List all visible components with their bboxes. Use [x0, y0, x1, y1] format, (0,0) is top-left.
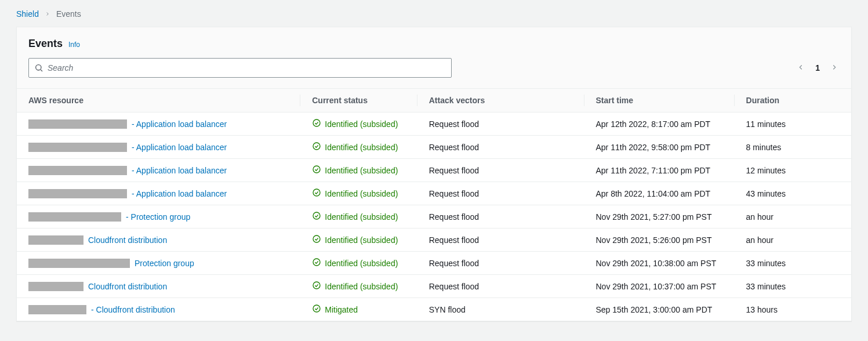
status-text: Identified (subsided)	[325, 282, 398, 291]
chevron-right-icon	[45, 9, 50, 19]
table-row: - Application load balancerIdentified (s…	[17, 182, 851, 205]
redacted-block	[28, 259, 130, 268]
status-ok-icon	[312, 304, 321, 315]
chevron-left-icon	[797, 63, 805, 73]
current-page: 1	[815, 63, 820, 72]
duration: 12 minutes	[735, 159, 851, 182]
attack-vector: Request flood	[417, 136, 584, 159]
status-text: Identified (subsided)	[325, 259, 398, 268]
svg-point-8	[313, 259, 320, 266]
table-row: - Application load balancerIdentified (s…	[17, 113, 851, 136]
start-time: Apr 8th 2022, 11:04:00 am PDT	[584, 182, 735, 205]
page-title: Events	[28, 38, 63, 50]
redacted-block	[28, 143, 127, 152]
svg-line-1	[41, 70, 42, 71]
svg-point-10	[313, 305, 320, 312]
resource-link[interactable]: - Protection group	[126, 212, 190, 222]
table-row: Cloudfront distributionIdentified (subsi…	[17, 228, 851, 252]
search-input[interactable]	[28, 58, 452, 78]
table-row: - Application load balancerIdentified (s…	[17, 159, 851, 182]
status-ok-icon	[312, 118, 321, 129]
attack-vector: Request flood	[417, 159, 584, 182]
col-header-start[interactable]: Start time	[584, 89, 735, 113]
duration: an hour	[735, 205, 851, 228]
col-header-status[interactable]: Current status	[300, 89, 417, 113]
search-field	[28, 58, 452, 78]
start-time: Apr 11th 2022, 7:11:00 pm PDT	[584, 159, 735, 182]
start-time: Nov 29th 2021, 10:37:00 am PST	[584, 275, 735, 298]
svg-point-7	[313, 235, 320, 242]
attack-vector: SYN flood	[417, 298, 584, 321]
status-ok-icon	[312, 211, 321, 222]
redacted-block	[28, 189, 127, 198]
resource-link[interactable]: - Application load balancer	[132, 189, 227, 198]
col-header-vectors[interactable]: Attack vectors	[417, 89, 584, 113]
start-time: Sep 15th 2021, 3:00:00 am PDT	[584, 298, 735, 321]
col-header-resource[interactable]: AWS resource	[17, 89, 300, 113]
breadcrumb: Shield Events	[16, 7, 852, 27]
status-ok-icon	[312, 188, 321, 199]
resource-link[interactable]: - Application load balancer	[132, 119, 227, 129]
status-ok-icon	[312, 142, 321, 153]
redacted-block	[28, 282, 83, 291]
svg-point-6	[313, 212, 320, 219]
resource-link[interactable]: - Cloudfront distribution	[91, 305, 175, 314]
breadcrumb-shield-link[interactable]: Shield	[16, 9, 39, 19]
duration: an hour	[735, 228, 851, 252]
duration: 33 minutes	[735, 252, 851, 275]
resource-link[interactable]: - Application load balancer	[132, 166, 227, 175]
events-table: AWS resource Current status Attack vecto…	[17, 88, 851, 321]
redacted-block	[28, 166, 127, 175]
table-row: - Cloudfront distributionMitigatedSYN fl…	[17, 298, 851, 321]
svg-point-5	[313, 189, 320, 196]
duration: 8 minutes	[735, 136, 851, 159]
duration: 43 minutes	[735, 182, 851, 205]
resource-link[interactable]: Cloudfront distribution	[88, 235, 167, 245]
duration: 33 minutes	[735, 275, 851, 298]
redacted-block	[28, 212, 121, 222]
start-time: Nov 29th 2021, 5:27:00 pm PST	[584, 205, 735, 228]
attack-vector: Request flood	[417, 182, 584, 205]
attack-vector: Request flood	[417, 228, 584, 252]
status-text: Identified (subsided)	[325, 143, 398, 152]
resource-link[interactable]: - Application load balancer	[132, 143, 227, 152]
start-time: Apr 12th 2022, 8:17:00 am PDT	[584, 113, 735, 136]
svg-point-4	[313, 166, 320, 173]
redacted-block	[28, 119, 127, 129]
table-row: - Application load balancerIdentified (s…	[17, 136, 851, 159]
svg-point-0	[36, 65, 41, 70]
svg-point-2	[313, 119, 320, 126]
status-text: Identified (subsided)	[325, 189, 398, 198]
duration: 13 hours	[735, 298, 851, 321]
resource-link[interactable]: Cloudfront distribution	[88, 282, 167, 291]
redacted-block	[28, 305, 86, 314]
table-row: Protection groupIdentified (subsided)Req…	[17, 252, 851, 275]
start-time: Apr 11th 2022, 9:58:00 pm PDT	[584, 136, 735, 159]
resource-link[interactable]: Protection group	[135, 259, 194, 268]
status-text: Identified (subsided)	[325, 212, 398, 222]
svg-point-3	[313, 143, 320, 150]
start-time: Nov 29th 2021, 10:38:00 am PST	[584, 252, 735, 275]
redacted-block	[28, 235, 83, 245]
next-page-button[interactable]	[829, 62, 840, 74]
status-text: Identified (subsided)	[325, 235, 398, 245]
status-ok-icon	[312, 234, 321, 245]
status-ok-icon	[312, 281, 321, 292]
prev-page-button[interactable]	[796, 62, 806, 74]
col-header-duration[interactable]: Duration	[735, 89, 851, 113]
status-ok-icon	[312, 257, 321, 269]
events-panel: Events Info 1	[16, 27, 852, 321]
attack-vector: Request flood	[417, 275, 584, 298]
start-time: Nov 29th 2021, 5:26:00 pm PST	[584, 228, 735, 252]
table-row: Cloudfront distributionIdentified (subsi…	[17, 275, 851, 298]
pagination: 1	[796, 62, 840, 74]
status-text: Mitigated	[325, 305, 358, 314]
svg-point-9	[313, 282, 320, 289]
chevron-right-icon	[830, 63, 838, 73]
info-link[interactable]: Info	[68, 41, 80, 49]
status-text: Identified (subsided)	[325, 119, 398, 129]
table-row: - Protection groupIdentified (subsided)R…	[17, 205, 851, 228]
breadcrumb-current: Events	[56, 9, 81, 19]
status-text: Identified (subsided)	[325, 166, 398, 175]
duration: 11 minutes	[735, 113, 851, 136]
